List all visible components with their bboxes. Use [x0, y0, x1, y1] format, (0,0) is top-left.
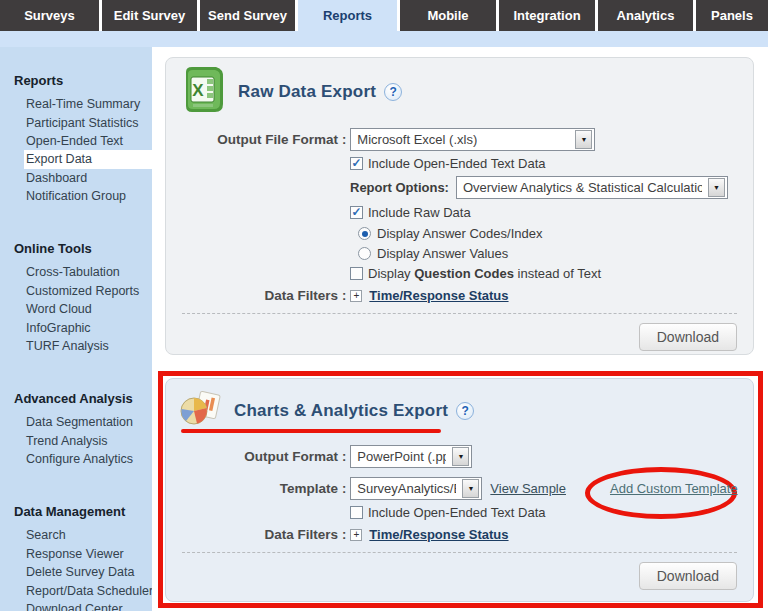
charts-analytics-export-title: Charts & Analytics Export	[234, 401, 448, 421]
sidebar-section-advanced-analysis: Advanced Analysis Data Segmentation Tren…	[0, 391, 152, 468]
svg-text:X: X	[192, 81, 204, 100]
time-response-status-link-charts[interactable]: Time/Response Status	[369, 527, 508, 542]
sidebar-item-word-cloud[interactable]: Word Cloud	[0, 300, 152, 318]
help-icon[interactable]: ?	[384, 83, 402, 101]
sidebar-section-title: Advanced Analysis	[0, 391, 152, 406]
template-label: Template	[180, 481, 338, 496]
sidebar-item-customized-reports[interactable]: Customized Reports	[0, 282, 152, 300]
nav-tab-send-survey[interactable]: Send Survey	[200, 0, 295, 31]
sidebar-item-open-ended-text[interactable]: Open-Ended Text	[0, 132, 152, 150]
output-file-format-select[interactable]: Microsoft Excel (.xls) ▼	[350, 128, 595, 151]
output-format-select[interactable]: PowerPoint (.ppt) ▼	[350, 445, 472, 468]
raw-data-export-panel: X Raw Data Export ? Output File Format :	[165, 57, 754, 355]
include-raw-data-label: Include Raw Data	[368, 205, 471, 220]
expand-plus-icon[interactable]: +	[350, 290, 362, 302]
download-button-raw[interactable]: Download	[639, 323, 737, 351]
display-question-codes-label: Display Question Codes instead of Text	[368, 266, 601, 281]
nav-tab-integration[interactable]: Integration	[499, 0, 595, 31]
label-colon: :	[342, 449, 346, 464]
check-icon: ✓	[351, 158, 361, 168]
sidebar-item-participant-statistics[interactable]: Participant Statistics	[0, 113, 152, 131]
charts-analytics-export-panel: Charts & Analytics Export ? Output Forma…	[165, 378, 754, 602]
include-open-ended-label-charts: Include Open-Ended Text Data	[368, 505, 546, 520]
nav-tab-mobile[interactable]: Mobile	[400, 0, 496, 31]
time-response-status-link[interactable]: Time/Response Status	[369, 288, 508, 303]
label-colon: :	[342, 527, 346, 542]
sidebar-section-data-management: Data Management Search Response Viewer D…	[0, 504, 152, 611]
sidebar-section-online-tools: Online Tools Cross-Tabulation Customized…	[0, 241, 152, 355]
sidebar-item-configure-analytics[interactable]: Configure Analytics	[0, 450, 152, 468]
check-icon: ✓	[351, 207, 361, 217]
raw-data-export-title: Raw Data Export	[238, 82, 376, 102]
include-open-ended-label: Include Open-Ended Text Data	[368, 156, 546, 171]
label-colon: :	[342, 288, 346, 303]
output-file-format-label: Output File Format	[180, 132, 338, 147]
nav-tab-panels[interactable]: Panels	[696, 0, 768, 31]
dropdown-arrow-icon: ▼	[708, 178, 725, 197]
label-colon: :	[342, 132, 346, 147]
main-content: X Raw Data Export ? Output File Format :	[152, 47, 768, 611]
download-button-charts[interactable]: Download	[639, 562, 737, 590]
dropdown-arrow-icon: ▼	[452, 447, 469, 466]
sidebar-item-delete-survey-data[interactable]: Delete Survey Data	[0, 563, 152, 581]
dropdown-arrow-icon: ▼	[462, 479, 479, 498]
data-filters-label-charts: Data Filters	[180, 527, 338, 542]
include-raw-data-checkbox[interactable]: ✓	[350, 206, 363, 219]
sidebar-item-turf-analysis[interactable]: TURF Analysis	[0, 337, 152, 355]
view-sample-link[interactable]: View Sample	[490, 481, 566, 496]
sidebar-item-dashboard[interactable]: Dashboard	[0, 169, 152, 187]
output-format-label: Output Format	[180, 449, 338, 464]
sidebar-section-title: Reports	[0, 73, 152, 88]
sidebar-item-download-center[interactable]: Download Center	[0, 600, 152, 611]
sidebar-item-trend-analysis[interactable]: Trend Analysis	[0, 432, 152, 450]
data-filters-label: Data Filters	[180, 288, 338, 303]
template-select[interactable]: SurveyAnalytics/Blue ▼	[350, 477, 482, 500]
report-options-select[interactable]: Overview Analytics & Statistical Calcula…	[456, 176, 728, 199]
dotted-divider	[182, 313, 737, 314]
dotted-divider	[182, 552, 737, 553]
display-answer-codes-label: Display Answer Codes/Index	[377, 226, 542, 241]
nav-tab-reports[interactable]: Reports	[298, 0, 397, 31]
app-window: Surveys Edit Survey Send Survey Reports …	[0, 0, 768, 611]
sidebar-item-real-time-summary[interactable]: Real-Time Summary	[0, 95, 152, 113]
expand-plus-icon[interactable]: +	[350, 529, 362, 541]
sidebar: Reports Real-Time Summary Participant St…	[0, 47, 152, 611]
nav-tab-surveys[interactable]: Surveys	[0, 0, 99, 31]
excel-icon: X	[180, 66, 226, 118]
sidebar-item-infographic[interactable]: InfoGraphic	[0, 318, 152, 336]
sidebar-item-search[interactable]: Search	[0, 526, 152, 544]
nav-tab-analytics[interactable]: Analytics	[598, 0, 693, 31]
display-answer-codes-radio[interactable]	[358, 227, 371, 240]
sidebar-section-title: Data Management	[0, 504, 152, 519]
label-colon: :	[342, 481, 346, 496]
nav-tab-edit-survey[interactable]: Edit Survey	[102, 0, 197, 31]
add-custom-template-link[interactable]: Add Custom Template	[610, 481, 738, 496]
output-format-value: PowerPoint (.ppt)	[357, 449, 446, 464]
sidebar-item-export-data[interactable]: Export Data	[24, 150, 152, 168]
help-icon[interactable]: ?	[456, 402, 474, 420]
nav-active-strip	[0, 31, 768, 47]
sidebar-item-cross-tabulation[interactable]: Cross-Tabulation	[0, 263, 152, 281]
sidebar-item-response-viewer[interactable]: Response Viewer	[0, 545, 152, 563]
top-navigation: Surveys Edit Survey Send Survey Reports …	[0, 0, 768, 31]
include-open-ended-checkbox-charts[interactable]	[350, 506, 363, 519]
pie-chart-icon	[180, 391, 222, 431]
template-value: SurveyAnalytics/Blue	[357, 481, 456, 496]
sidebar-item-report-data-scheduler[interactable]: Report/Data Scheduler	[0, 581, 152, 599]
include-open-ended-checkbox[interactable]: ✓	[350, 157, 363, 170]
sidebar-section-reports: Reports Real-Time Summary Participant St…	[0, 73, 152, 205]
report-options-label: Report Options:	[350, 180, 449, 195]
sidebar-item-notification-group[interactable]: Notification Group	[0, 187, 152, 205]
display-answer-values-label: Display Answer Values	[377, 246, 508, 261]
output-file-format-value: Microsoft Excel (.xls)	[357, 132, 477, 147]
display-question-codes-checkbox[interactable]	[350, 267, 363, 280]
report-options-value: Overview Analytics & Statistical Calcula…	[463, 180, 702, 195]
sidebar-section-title: Online Tools	[0, 241, 152, 256]
sidebar-item-data-segmentation[interactable]: Data Segmentation	[0, 413, 152, 431]
display-answer-values-radio[interactable]	[358, 247, 371, 260]
dropdown-arrow-icon: ▼	[575, 130, 592, 149]
